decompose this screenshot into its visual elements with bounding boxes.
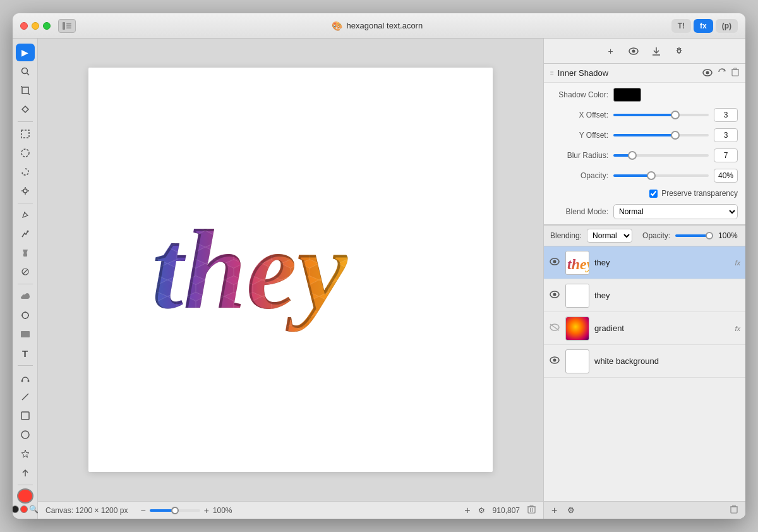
delete-layer-btn[interactable] [730,505,738,516]
layer-thumbnail [565,349,589,373]
svg-line-5 [27,73,29,75]
trash-icon[interactable] [527,505,536,516]
cloud-tool[interactable] [16,287,35,305]
svg-point-28 [21,380,23,382]
layer-fx-badge: fx [735,325,740,332]
rect-shape-tool[interactable] [16,325,35,343]
effect-header-icons [702,68,739,78]
zoom-thumb[interactable] [171,507,179,514]
paint-tool[interactable] [16,244,35,262]
zoom-slider[interactable] [150,509,200,512]
red-swatch[interactable] [20,505,28,513]
add-layer-btn[interactable]: + [464,505,470,516]
opacity-thumb[interactable] [647,171,656,180]
blur-radius-value[interactable]: 7 [714,148,738,162]
text-tool[interactable]: T [16,344,35,362]
opacity-value[interactable]: 40% [714,169,738,183]
sidebar-toggle-button[interactable] [58,19,76,33]
minimize-button[interactable] [32,22,39,30]
fx-button[interactable]: fx [694,19,713,33]
x-offset-slider[interactable] [613,114,709,116]
y-offset-thumb[interactable] [671,131,680,140]
layer-row[interactable]: they they [544,279,745,312]
effect-visibility-icon[interactable] [702,68,713,78]
svg-point-22 [22,312,28,318]
layer-row[interactable]: gradient fx [544,312,745,345]
shadow-color-row: Shadow Color: [551,88,738,102]
layer-name: they [594,258,730,267]
zoom-plus[interactable]: + [204,505,209,516]
black-swatch[interactable] [13,505,19,513]
preserve-transparency-checkbox[interactable] [649,190,658,198]
settings-gear-btn[interactable] [670,42,688,60]
add-layer-bottom[interactable]: + [551,505,557,516]
zoom-tool[interactable] [16,63,35,80]
effect-reset-icon[interactable] [718,68,726,78]
circle-draw-tool[interactable] [16,426,35,444]
blending-bar: Blending: Normal Multiply Screen Overlay… [544,225,745,246]
blending-opacity-value: 100% [718,231,738,240]
ellipse-select-tool[interactable] [16,144,35,162]
zoom-indicator[interactable]: 🔍 [29,505,39,514]
layer-visibility-icon[interactable] [549,323,560,333]
smart-tool[interactable] [16,225,35,243]
layer-visibility-icon[interactable] [549,291,560,300]
gear-icon[interactable]: ⚙ [478,506,485,515]
blending-opacity-thumb[interactable] [706,232,713,239]
x-offset-value[interactable]: 3 [714,108,738,122]
crop-tool[interactable] [16,82,35,99]
blur-radius-row: Blur Radius: 7 [551,148,738,162]
layer-row[interactable]: white background [544,345,745,378]
blur-radius-thumb[interactable] [628,151,637,160]
layer-settings-icon[interactable]: ⚙ [567,505,575,515]
y-offset-slider[interactable] [613,134,709,136]
x-offset-thumb[interactable] [671,111,680,119]
lasso-tool[interactable] [16,163,35,181]
blending-opacity-slider[interactable] [675,234,713,237]
layer-name: white background [594,356,740,366]
tool-separator-1 [18,121,33,122]
svg-rect-70 [731,507,737,513]
layer-name: they [594,291,740,300]
zoom-minus[interactable]: − [140,505,145,516]
eye-btn[interactable] [625,42,642,60]
layer-visibility-icon[interactable] [549,356,560,366]
layer-visibility-icon[interactable] [549,258,560,267]
shadow-color-picker[interactable] [613,88,641,102]
traffic-lights [20,22,51,30]
layer-row[interactable]: they they fx [544,246,745,279]
rect-select-tool[interactable] [16,125,35,143]
blend-mode-select[interactable]: Normal Multiply Screen Overlay Darken Li… [613,204,738,219]
select-tool[interactable]: ▶ [16,44,35,61]
pen-tool[interactable] [16,207,35,224]
opacity-slider[interactable] [613,174,709,177]
canvas-info: Canvas: 1200 × 1200 px [45,506,128,515]
svg-rect-31 [21,412,29,420]
line-tool[interactable] [16,388,35,406]
close-button[interactable] [20,22,28,30]
magic-select-tool[interactable] [16,182,35,200]
exposure-tool[interactable] [16,306,35,324]
add-effect-btn[interactable]: + [602,42,620,60]
app-window: 🎨 hexagonal text.acorn T! fx (p) ▶ [13,13,745,519]
smart-paint-tool[interactable] [16,263,35,281]
rect-draw-tool[interactable] [16,407,35,425]
transform-tool[interactable] [16,100,35,118]
download-btn[interactable] [647,42,665,60]
star-tool[interactable] [16,445,35,462]
arrow-tool[interactable] [16,464,35,481]
y-offset-value[interactable]: 3 [714,128,738,142]
foreground-color-swatch[interactable] [17,488,33,504]
shadow-color-label: Shadow Color: [551,90,608,99]
blend-mode-row: Blend Mode: Normal Multiply Screen Overl… [551,204,738,219]
bezier-tool[interactable] [16,369,35,387]
blending-mode-select[interactable]: Normal Multiply Screen Overlay [587,229,632,243]
maximize-button[interactable] [43,22,51,30]
blur-radius-slider[interactable] [613,154,709,157]
svg-point-17 [24,212,25,213]
effect-delete-icon[interactable] [731,68,739,78]
svg-line-8 [28,94,30,95]
opacity-bar-label: Opacity: [642,231,670,240]
font-button[interactable]: T! [671,19,691,33]
p-button[interactable]: (p) [716,19,738,33]
